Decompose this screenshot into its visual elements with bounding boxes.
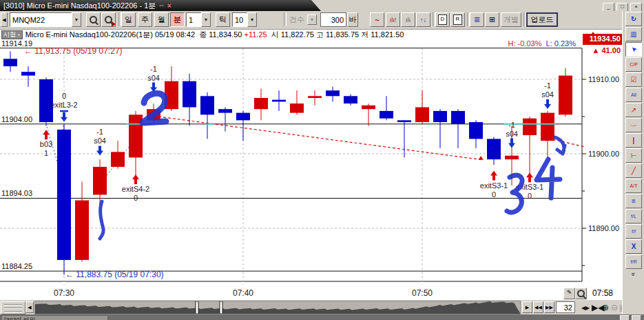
dock-icon[interactable]: ▫▫: [159, 2, 163, 9]
symbol-value: MNQM22: [12, 16, 45, 24]
select-shape-button[interactable]: ☑: [625, 72, 642, 87]
bar-position-input[interactable]: [556, 301, 575, 313]
bg-minimize-button[interactable]: [620, 315, 630, 320]
candle-07:41[interactable]: [254, 98, 268, 109]
window-title-tab[interactable]: [3010] Micro E-mini Nasdaq100-202206 - 1…: [0, 0, 322, 11]
trendline-tool-button[interactable]: ╱: [625, 163, 642, 178]
candle-07:57[interactable]: [541, 113, 554, 141]
trade-marker-label: exitS3-1: [480, 181, 508, 190]
screen-button[interactable]: R: [450, 12, 465, 27]
volume-button[interactable]: ılı: [401, 12, 415, 27]
candle-07:30[interactable]: [57, 130, 71, 260]
period-day-button[interactable]: 일: [121, 12, 136, 27]
chip-close-icon[interactable]: ×: [17, 32, 21, 38]
period-week-button[interactable]: 주: [138, 12, 152, 27]
bg-close-button[interactable]: [632, 315, 641, 320]
new-page-button[interactable]: D: [435, 12, 450, 27]
candle-07:33[interactable]: [111, 152, 125, 167]
sort-button[interactable]: ↑↓: [416, 12, 430, 27]
candle-07:40[interactable]: [236, 113, 250, 121]
tick-combo[interactable]: 10: [232, 12, 247, 27]
candle-07:31[interactable]: [75, 201, 89, 260]
period-minute-button[interactable]: 분: [170, 12, 185, 27]
count-combo-arrow: ▼: [307, 14, 317, 25]
candle-07:58[interactable]: [559, 76, 572, 115]
candle-07:47[interactable]: [362, 106, 375, 109]
cursor-tool-button[interactable]: ➤: [625, 42, 642, 57]
bar-unit-button[interactable]: 바: [347, 12, 358, 27]
search-button[interactable]: [86, 12, 101, 27]
candle-07:32[interactable]: [93, 167, 107, 195]
candle-07:53[interactable]: [469, 122, 483, 139]
play-icon: ▶: [526, 305, 529, 310]
chart-area[interactable]: 07:3007:4007:5011910.0011900.0011890.001…: [0, 29, 622, 299]
background-window-tab[interactable]: [3930] 해외…: [1, 315, 108, 320]
candle-07:45[interactable]: [326, 90, 340, 96]
zoom-button[interactable]: [575, 288, 587, 299]
symbol-combo[interactable]: MNQM22: [10, 12, 72, 27]
candle-07:50[interactable]: [415, 108, 429, 123]
prev-symbol-button[interactable]: ◀: [1, 12, 8, 27]
fib-cross-button[interactable]: X: [625, 239, 642, 254]
vline-tool-button[interactable]: |: [625, 133, 642, 148]
candle-07:38[interactable]: [200, 96, 214, 114]
candle-07:49[interactable]: [397, 120, 411, 122]
chart-view-button[interactable]: ▥: [625, 27, 642, 41]
report-button[interactable]: ≣: [470, 12, 484, 27]
candle-07:52[interactable]: [451, 111, 465, 124]
volume-navigator[interactable]: [34, 301, 521, 314]
rewind-button[interactable]: ◀◀: [533, 301, 543, 313]
grid-button[interactable]: ⊞: [485, 12, 499, 27]
draw-button[interactable]: ✎: [563, 288, 575, 299]
select-all-button[interactable]: All: [625, 88, 642, 102]
candle-07:28[interactable]: [21, 72, 35, 75]
candle-07:55[interactable]: [505, 156, 519, 159]
fib-level-button[interactable]: f/L: [625, 209, 642, 223]
candle-07:39[interactable]: [218, 109, 232, 112]
test-mode-chip[interactable]: 시험×: [1, 30, 23, 39]
bar-count-input[interactable]: [320, 12, 346, 27]
anchor-line-button[interactable]: ⊢: [625, 148, 642, 163]
candle-07:42[interactable]: [272, 100, 286, 102]
at-tool-button[interactable]: A/T: [625, 179, 642, 193]
refresh-button[interactable]: ↻: [625, 12, 642, 26]
trade-marker-label: 0: [492, 190, 496, 199]
interval-combo-arrow[interactable]: ▼: [201, 12, 211, 27]
range-handle-right[interactable]: [220, 301, 222, 314]
range-handle-left[interactable]: [196, 301, 198, 314]
hlines-tool-button[interactable]: ≡: [625, 194, 642, 208]
symbol-combo-arrow[interactable]: ▼: [72, 12, 81, 27]
candle-07:48[interactable]: [380, 111, 393, 119]
level-price-label: 11894.03: [1, 189, 32, 197]
upload-button[interactable]: 업로드: [526, 12, 558, 27]
interval-combo[interactable]: 1: [186, 12, 201, 27]
candle-07:54[interactable]: [487, 139, 501, 159]
period-month-button[interactable]: 월: [154, 12, 169, 27]
candle-07:46[interactable]: [344, 96, 357, 103]
close-icon[interactable]: ×: [167, 2, 172, 10]
candle-07:43[interactable]: [290, 103, 304, 113]
tick-combo-arrow[interactable]: ▼: [247, 12, 257, 27]
right-toolbar: ↻ ▥ ➤ C/P ☑ All ↗ ·–· | ⊢ ╱ A/T ≡ f/L f/…: [622, 11, 644, 314]
candle-07:56[interactable]: [523, 119, 537, 135]
line-style-button[interactable]: ~: [370, 12, 384, 27]
cp-tool-button[interactable]: C/P: [625, 57, 642, 72]
tick-button[interactable]: 틱: [216, 12, 230, 27]
fib-fan-button[interactable]: f/f: [625, 224, 642, 239]
candle-07:27[interactable]: [3, 59, 17, 66]
volume-alert-button[interactable]: ılı!: [386, 12, 400, 27]
price-chart[interactable]: 07:3007:4007:5011910.0011900.0011890.001…: [0, 29, 622, 299]
hsegment-tool-button[interactable]: ·–·: [625, 118, 642, 132]
scroll-left-button[interactable]: ◀: [25, 301, 34, 313]
collapse-chevrons-icon[interactable]: »: [630, 272, 638, 277]
candle-07:37[interactable]: [183, 81, 196, 108]
scroll-thumb[interactable]: [1, 301, 25, 314]
play-button[interactable]: ▶: [522, 301, 532, 313]
candle-07:44[interactable]: [308, 96, 322, 98]
fast-forward-button[interactable]: ▶▶: [544, 301, 554, 313]
search-jump-button[interactable]: [101, 12, 116, 27]
candle-07:51[interactable]: [433, 111, 447, 122]
mini-chart-button[interactable]: ↗: [625, 103, 642, 117]
fib-retrace-button[interactable]: f/R: [625, 254, 642, 269]
fx-icon: X: [632, 243, 636, 250]
